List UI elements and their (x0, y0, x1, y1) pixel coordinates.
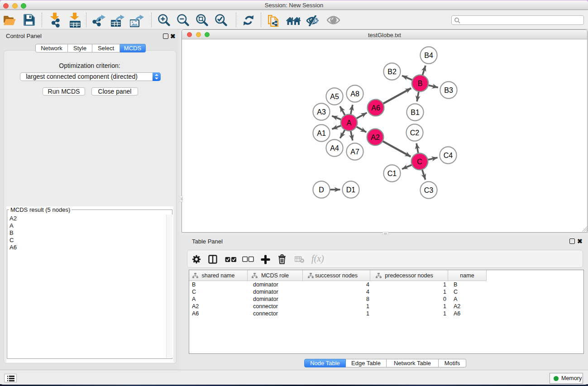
svg-text:A: A (347, 119, 352, 127)
svg-text:C2: C2 (410, 129, 420, 137)
svg-text:A5: A5 (330, 93, 339, 100)
svg-text:A6: A6 (371, 104, 380, 112)
svg-text:D: D (319, 186, 324, 194)
svg-text:C1: C1 (387, 170, 397, 177)
svg-text:A8: A8 (350, 90, 359, 98)
svg-text:A7: A7 (350, 148, 359, 156)
svg-text:C3: C3 (424, 186, 434, 194)
svg-text:C4: C4 (444, 152, 453, 159)
svg-text:B2: B2 (387, 68, 397, 76)
svg-text:A2: A2 (371, 133, 380, 141)
svg-text:C: C (417, 158, 422, 166)
svg-text:B1: B1 (411, 109, 420, 116)
svg-text:D1: D1 (346, 186, 356, 194)
svg-text:B: B (418, 80, 423, 87)
svg-text:A1: A1 (317, 129, 326, 137)
svg-text:A3: A3 (317, 108, 326, 116)
svg-text:B3: B3 (444, 86, 453, 94)
svg-text:A4: A4 (330, 144, 339, 152)
svg-text:B4: B4 (424, 52, 433, 59)
